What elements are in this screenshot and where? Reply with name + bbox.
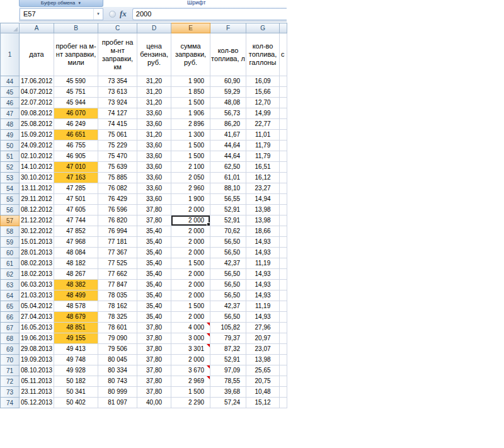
cell-B63[interactable]: 48 382 xyxy=(54,280,98,290)
cell-A57[interactable]: 21.12.2012 xyxy=(20,215,54,226)
cell-G58[interactable]: 18,66 xyxy=(246,226,280,237)
cell-G74[interactable]: 15,12 xyxy=(246,398,280,408)
cell-E69[interactable]: 3 301 xyxy=(171,344,210,355)
cell-B50[interactable]: 46 755 xyxy=(54,141,98,151)
cell-B62[interactable]: 48 267 xyxy=(54,269,98,280)
cell-A65[interactable]: 05.04.2012 xyxy=(20,301,54,312)
cell-G44[interactable]: 16,09 xyxy=(246,76,280,87)
cell-B54[interactable]: 47 285 xyxy=(54,183,98,194)
cell-F45[interactable]: 59,29 xyxy=(210,87,246,98)
column-header-B[interactable]: B xyxy=(54,23,98,33)
cell-C51[interactable]: 75 470 xyxy=(98,151,137,162)
cell-B59[interactable]: 47 968 xyxy=(54,237,98,248)
cell-B61[interactable]: 48 182 xyxy=(54,258,98,269)
cell-A58[interactable]: 30.12.2012 xyxy=(20,226,54,237)
cell-B69[interactable]: 49 413 xyxy=(54,344,98,355)
cell-C56[interactable]: 76 596 xyxy=(98,205,137,215)
cell-A53[interactable]: 30.10.2012 xyxy=(20,173,54,183)
cell-F49[interactable]: 41,67 xyxy=(210,130,246,141)
row-header-67[interactable]: 67 xyxy=(1,323,20,333)
cell-A56[interactable]: 08.12.2012 xyxy=(20,205,54,215)
cell-F56[interactable]: 52,91 xyxy=(210,205,246,215)
cell-A67[interactable]: 16.05.2013 xyxy=(20,323,54,333)
cell-B64[interactable]: 48 499 xyxy=(54,290,98,301)
cell-E63[interactable]: 2 000 xyxy=(171,280,210,290)
cell-C54[interactable]: 76 082 xyxy=(98,183,137,194)
row-header-71[interactable]: 71 xyxy=(1,365,20,376)
cell-B49[interactable]: 46 651 xyxy=(54,130,98,141)
cell-C70[interactable]: 80 045 xyxy=(98,355,137,365)
cell-E47[interactable]: 1 906 xyxy=(171,108,210,119)
cell-F50[interactable]: 44,64 xyxy=(210,141,246,151)
cell-B47[interactable]: 46 070 xyxy=(54,108,98,119)
row-header-66[interactable]: 66 xyxy=(1,312,20,323)
row-header-57[interactable]: 57 xyxy=(1,215,20,226)
cell-B73[interactable]: 50 341 xyxy=(54,387,98,398)
cell-G45[interactable]: 15,66 xyxy=(246,87,280,98)
cell-A54[interactable]: 13.11.2012 xyxy=(20,183,54,194)
cell-G46[interactable]: 12,70 xyxy=(246,98,280,108)
row-header-60[interactable]: 60 xyxy=(1,248,20,258)
cell-D47[interactable]: 33,60 xyxy=(137,108,171,119)
cell-G48[interactable]: 22,77 xyxy=(246,119,280,130)
cell-F64[interactable]: 56,50 xyxy=(210,290,246,301)
column-header-G[interactable]: G xyxy=(246,23,280,33)
cell-A45[interactable]: 04.07.2012 xyxy=(20,87,54,98)
cell-E72[interactable]: 2 969 xyxy=(171,376,210,387)
cell-F73[interactable]: 39,68 xyxy=(210,387,246,398)
cell-C74[interactable]: 81 097 xyxy=(98,398,137,408)
formula-input[interactable]: 2000 xyxy=(132,8,287,20)
name-box[interactable]: E57 ▼ xyxy=(20,8,103,20)
cell-B58[interactable]: 47 852 xyxy=(54,226,98,237)
cell-B67[interactable]: 48 851 xyxy=(54,323,98,333)
column-header-E[interactable]: E xyxy=(171,23,210,33)
cell-D48[interactable]: 33,60 xyxy=(137,119,171,130)
cell-G60[interactable]: 14,93 xyxy=(246,248,280,258)
cell-C57[interactable]: 76 820 xyxy=(98,215,137,226)
cell-B44[interactable]: 45 590 xyxy=(54,76,98,87)
cell-E1[interactable]: сумма заправки, руб. xyxy=(171,33,210,76)
cell-D50[interactable]: 33,60 xyxy=(137,141,171,151)
cell-D68[interactable]: 37,80 xyxy=(137,333,171,344)
cell-B55[interactable]: 47 501 xyxy=(54,194,98,205)
cell-A60[interactable]: 28.01.2013 xyxy=(20,248,54,258)
cell-D60[interactable]: 35,40 xyxy=(137,248,171,258)
cell-D52[interactable]: 33,60 xyxy=(137,162,171,173)
cell-E46[interactable]: 1 500 xyxy=(171,98,210,108)
row-header-74[interactable]: 74 xyxy=(1,398,20,408)
cell-G54[interactable]: 23,27 xyxy=(246,183,280,194)
cell-G69[interactable]: 23,07 xyxy=(246,344,280,355)
cell-A50[interactable]: 24.09.2012 xyxy=(20,141,54,151)
cell-B60[interactable]: 48 084 xyxy=(54,248,98,258)
cell-A49[interactable]: 15.09.2012 xyxy=(20,130,54,141)
cell-A70[interactable]: 19.09.2013 xyxy=(20,355,54,365)
row-header-45[interactable]: 45 xyxy=(1,87,20,98)
cell-G47[interactable]: 14,99 xyxy=(246,108,280,119)
cell-D55[interactable]: 33,60 xyxy=(137,194,171,205)
cell-G57[interactable]: 13,98 xyxy=(246,215,280,226)
cell-G70[interactable]: 13,98 xyxy=(246,355,280,365)
cell-D66[interactable]: 35,40 xyxy=(137,312,171,323)
row-header-48[interactable]: 48 xyxy=(1,119,20,130)
cell-D64[interactable]: 35,40 xyxy=(137,290,171,301)
cell-F62[interactable]: 56,50 xyxy=(210,269,246,280)
cell-E52[interactable]: 2 100 xyxy=(171,162,210,173)
select-all-corner[interactable] xyxy=(1,23,20,33)
cell-C68[interactable]: 79 090 xyxy=(98,333,137,344)
cell-C53[interactable]: 75 885 xyxy=(98,173,137,183)
cell-D45[interactable]: 31,20 xyxy=(137,87,171,98)
row-header-58[interactable]: 58 xyxy=(1,226,20,237)
cell-E56[interactable]: 2 000 xyxy=(171,205,210,215)
cell-C69[interactable]: 79 506 xyxy=(98,344,137,355)
cell-E68[interactable]: 3 000 xyxy=(171,333,210,344)
cell-E67[interactable]: 4 000 xyxy=(171,323,210,333)
cell-C65[interactable]: 78 162 xyxy=(98,301,137,312)
cell-B52[interactable]: 47 010 xyxy=(54,162,98,173)
cell-E49[interactable]: 1 300 xyxy=(171,130,210,141)
cell-D44[interactable]: 31,20 xyxy=(137,76,171,87)
row-header-61[interactable]: 61 xyxy=(1,258,20,269)
cell-F51[interactable]: 44,64 xyxy=(210,151,246,162)
cell-E48[interactable]: 2 896 xyxy=(171,119,210,130)
cell-A61[interactable]: 08.02.2013 xyxy=(20,258,54,269)
cell-C66[interactable]: 78 325 xyxy=(98,312,137,323)
